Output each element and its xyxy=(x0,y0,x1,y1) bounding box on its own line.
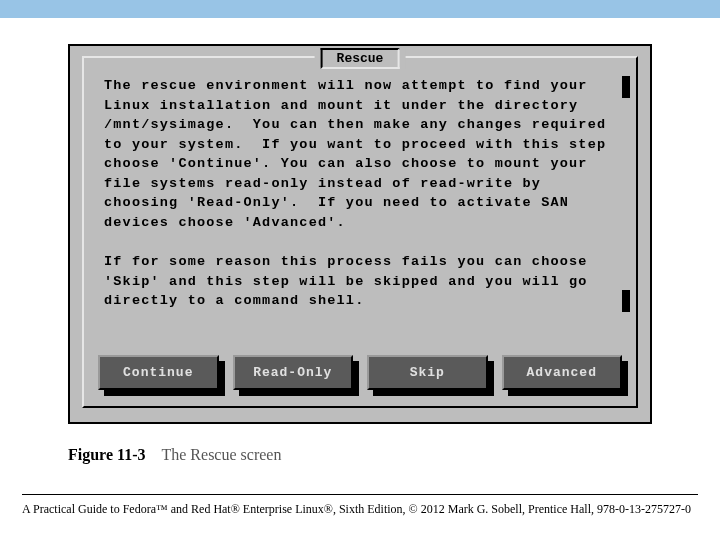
dialog-paragraph-2: If for some reason this process fails yo… xyxy=(104,254,597,308)
read-only-button[interactable]: Read-Only xyxy=(233,355,354,390)
figure-text: The Rescue screen xyxy=(161,446,281,463)
button-row: Continue Read-Only Skip Advanced xyxy=(98,355,622,390)
dialog-title: Rescue xyxy=(321,48,400,69)
advanced-button[interactable]: Advanced xyxy=(502,355,623,390)
dialog-paragraph-1: The rescue environment will now attempt … xyxy=(104,78,616,230)
credit-line: A Practical Guide to Fedora™ and Red Hat… xyxy=(22,502,691,517)
scrollbar-top-indicator xyxy=(622,76,630,98)
rescue-screenshot: Rescue The rescue environment will now a… xyxy=(68,44,652,424)
divider-line xyxy=(22,494,698,495)
rescue-dialog: Rescue The rescue environment will now a… xyxy=(82,56,638,408)
scrollbar-bottom-indicator xyxy=(622,290,630,312)
dialog-body: The rescue environment will now attempt … xyxy=(104,76,616,311)
skip-button[interactable]: Skip xyxy=(367,355,488,390)
figure-label: Figure 11-3 xyxy=(68,446,145,463)
continue-button[interactable]: Continue xyxy=(98,355,219,390)
figure-caption: Figure 11-3The Rescue screen xyxy=(68,446,281,464)
slide-topbar xyxy=(0,0,720,18)
dialog-titlebar: Rescue xyxy=(315,48,406,69)
